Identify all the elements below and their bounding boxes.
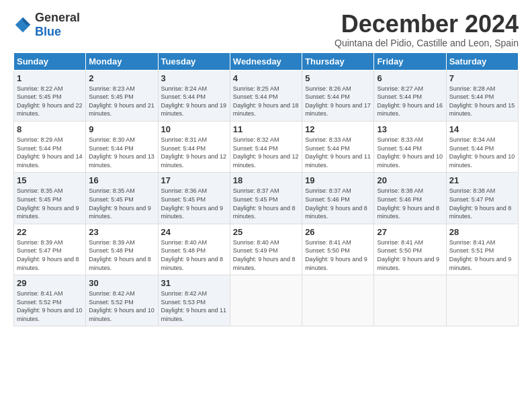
day-number: 7	[449, 73, 515, 83]
col-thursday: Thursday	[302, 52, 374, 70]
day-number: 4	[233, 73, 299, 83]
calendar-header: Sunday Monday Tuesday Wednesday Thursday…	[14, 52, 519, 70]
day-number: 12	[305, 124, 371, 134]
day-info: Sunrise: 8:22 AMSunset: 5:45 PMDaylight:…	[17, 85, 83, 118]
title-area: December 2024 Quintana del Pidio, Castil…	[335, 11, 519, 48]
day-number: 2	[89, 73, 154, 83]
day-number: 8	[17, 124, 83, 134]
calendar-cell: 26 Sunrise: 8:41 AMSunset: 5:50 PMDaylig…	[302, 224, 374, 275]
day-info: Sunrise: 8:24 AMSunset: 5:44 PMDaylight:…	[161, 85, 227, 118]
day-info: Sunrise: 8:41 AMSunset: 5:50 PMDaylight:…	[377, 239, 439, 271]
day-info: Sunrise: 8:35 AMSunset: 5:45 PMDaylight:…	[89, 187, 151, 220]
day-number: 19	[305, 175, 371, 185]
day-info: Sunrise: 8:32 AMSunset: 5:44 PMDaylight:…	[233, 136, 299, 169]
day-number: 23	[89, 227, 154, 237]
calendar-cell: 31 Sunrise: 8:42 AMSunset: 5:53 PMDaylig…	[158, 275, 230, 326]
day-number: 24	[161, 227, 227, 237]
calendar-cell: 3 Sunrise: 8:24 AMSunset: 5:44 PMDayligh…	[158, 70, 230, 121]
calendar-body: 1 Sunrise: 8:22 AMSunset: 5:45 PMDayligh…	[14, 70, 519, 326]
day-number: 30	[89, 278, 154, 288]
day-number: 17	[161, 175, 227, 185]
day-info: Sunrise: 8:36 AMSunset: 5:45 PMDaylight:…	[161, 187, 224, 220]
day-info: Sunrise: 8:29 AMSunset: 5:44 PMDaylight:…	[17, 136, 83, 169]
calendar-cell: 14 Sunrise: 8:34 AMSunset: 5:44 PMDaylig…	[446, 121, 518, 172]
day-number: 3	[161, 73, 227, 83]
logo-blue: Blue	[35, 25, 61, 38]
day-number: 6	[377, 73, 443, 83]
day-number: 21	[449, 175, 515, 185]
page: General Blue December 2024 Quintana del …	[0, 0, 532, 333]
day-number: 9	[89, 124, 154, 134]
calendar-cell	[374, 275, 446, 326]
calendar-cell: 12 Sunrise: 8:33 AMSunset: 5:44 PMDaylig…	[302, 121, 374, 172]
calendar-cell	[446, 275, 518, 326]
day-number: 26	[305, 227, 371, 237]
day-number: 1	[17, 73, 83, 83]
day-number: 25	[233, 227, 299, 237]
day-info: Sunrise: 8:38 AMSunset: 5:47 PMDaylight:…	[449, 187, 512, 220]
day-number: 18	[233, 175, 299, 185]
day-number: 5	[305, 73, 371, 83]
calendar-cell	[302, 275, 374, 326]
day-number: 20	[377, 175, 443, 185]
header-row: Sunday Monday Tuesday Wednesday Thursday…	[14, 52, 519, 70]
day-info: Sunrise: 8:37 AMSunset: 5:46 PMDaylight:…	[305, 187, 367, 220]
month-title: December 2024	[335, 11, 519, 38]
col-wednesday: Wednesday	[230, 52, 302, 70]
calendar-cell: 23 Sunrise: 8:39 AMSunset: 5:48 PMDaylig…	[86, 224, 158, 275]
header-area: General Blue December 2024 Quintana del …	[13, 11, 519, 48]
day-info: Sunrise: 8:23 AMSunset: 5:45 PMDaylight:…	[89, 85, 154, 118]
calendar-cell: 7 Sunrise: 8:28 AMSunset: 5:44 PMDayligh…	[446, 70, 518, 121]
day-number: 29	[17, 278, 83, 288]
col-saturday: Saturday	[446, 52, 518, 70]
day-number: 22	[17, 227, 83, 237]
calendar-cell: 19 Sunrise: 8:37 AMSunset: 5:46 PMDaylig…	[302, 173, 374, 224]
day-number: 27	[377, 227, 443, 237]
calendar-cell: 10 Sunrise: 8:31 AMSunset: 5:44 PMDaylig…	[158, 121, 230, 172]
calendar-cell: 9 Sunrise: 8:30 AMSunset: 5:44 PMDayligh…	[86, 121, 158, 172]
day-info: Sunrise: 8:26 AMSunset: 5:44 PMDaylight:…	[305, 85, 371, 118]
calendar-cell: 8 Sunrise: 8:29 AMSunset: 5:44 PMDayligh…	[14, 121, 86, 172]
calendar-cell: 20 Sunrise: 8:38 AMSunset: 5:46 PMDaylig…	[374, 173, 446, 224]
calendar-cell: 22 Sunrise: 8:39 AMSunset: 5:47 PMDaylig…	[14, 224, 86, 275]
calendar-cell: 4 Sunrise: 8:25 AMSunset: 5:44 PMDayligh…	[230, 70, 302, 121]
day-info: Sunrise: 8:31 AMSunset: 5:44 PMDaylight:…	[161, 136, 227, 169]
calendar-cell: 27 Sunrise: 8:41 AMSunset: 5:50 PMDaylig…	[374, 224, 446, 275]
day-info: Sunrise: 8:42 AMSunset: 5:53 PMDaylight:…	[161, 290, 227, 322]
day-number: 14	[449, 124, 515, 134]
day-number: 15	[17, 175, 83, 185]
calendar-cell: 25 Sunrise: 8:40 AMSunset: 5:49 PMDaylig…	[230, 224, 302, 275]
calendar-cell: 21 Sunrise: 8:38 AMSunset: 5:47 PMDaylig…	[446, 173, 518, 224]
day-info: Sunrise: 8:30 AMSunset: 5:44 PMDaylight:…	[89, 136, 154, 169]
location-title: Quintana del Pidio, Castille and Leon, S…	[335, 38, 519, 48]
calendar-cell: 16 Sunrise: 8:35 AMSunset: 5:45 PMDaylig…	[86, 173, 158, 224]
logo-general: General	[35, 11, 80, 24]
day-info: Sunrise: 8:41 AMSunset: 5:52 PMDaylight:…	[17, 290, 83, 322]
day-info: Sunrise: 8:42 AMSunset: 5:52 PMDaylight:…	[89, 290, 154, 322]
calendar-cell: 1 Sunrise: 8:22 AMSunset: 5:45 PMDayligh…	[14, 70, 86, 121]
day-info: Sunrise: 8:33 AMSunset: 5:44 PMDaylight:…	[305, 136, 371, 169]
day-number: 31	[161, 278, 227, 288]
day-info: Sunrise: 8:28 AMSunset: 5:44 PMDaylight:…	[449, 85, 515, 118]
calendar-cell: 13 Sunrise: 8:33 AMSunset: 5:44 PMDaylig…	[374, 121, 446, 172]
col-friday: Friday	[374, 52, 446, 70]
day-info: Sunrise: 8:40 AMSunset: 5:48 PMDaylight:…	[161, 239, 224, 271]
day-info: Sunrise: 8:27 AMSunset: 5:44 PMDaylight:…	[377, 85, 443, 118]
calendar-cell: 30 Sunrise: 8:42 AMSunset: 5:52 PMDaylig…	[86, 275, 158, 326]
calendar-cell: 24 Sunrise: 8:40 AMSunset: 5:48 PMDaylig…	[158, 224, 230, 275]
day-info: Sunrise: 8:33 AMSunset: 5:44 PMDaylight:…	[377, 136, 443, 169]
day-number: 16	[89, 175, 154, 185]
day-number: 10	[161, 124, 227, 134]
calendar-cell: 6 Sunrise: 8:27 AMSunset: 5:44 PMDayligh…	[374, 70, 446, 121]
day-info: Sunrise: 8:25 AMSunset: 5:44 PMDaylight:…	[233, 85, 299, 118]
day-info: Sunrise: 8:39 AMSunset: 5:47 PMDaylight:…	[17, 239, 79, 271]
day-info: Sunrise: 8:37 AMSunset: 5:45 PMDaylight:…	[233, 187, 296, 220]
day-info: Sunrise: 8:38 AMSunset: 5:46 PMDaylight:…	[377, 187, 439, 220]
logo: General Blue	[13, 11, 80, 39]
day-info: Sunrise: 8:40 AMSunset: 5:49 PMDaylight:…	[233, 239, 296, 271]
calendar-cell: 15 Sunrise: 8:35 AMSunset: 5:45 PMDaylig…	[14, 173, 86, 224]
logo-text: General Blue	[35, 11, 80, 39]
calendar-cell: 28 Sunrise: 8:41 AMSunset: 5:51 PMDaylig…	[446, 224, 518, 275]
calendar-cell: 17 Sunrise: 8:36 AMSunset: 5:45 PMDaylig…	[158, 173, 230, 224]
calendar-cell: 11 Sunrise: 8:32 AMSunset: 5:44 PMDaylig…	[230, 121, 302, 172]
